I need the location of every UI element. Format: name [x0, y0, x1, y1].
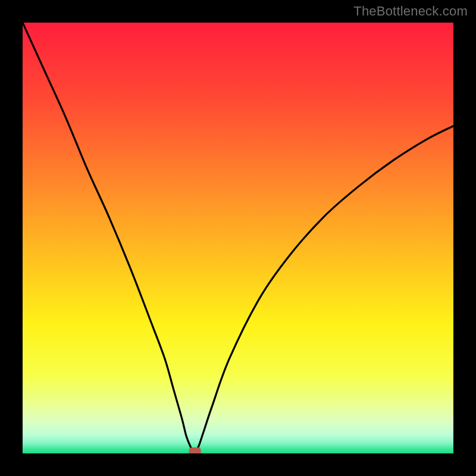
bottleneck-chart: [0, 0, 476, 476]
watermark-text: TheBottleneck.com: [353, 4, 468, 19]
chart-root: TheBottleneck.com: [0, 0, 476, 476]
plot-background-gradient: [23, 23, 453, 453]
